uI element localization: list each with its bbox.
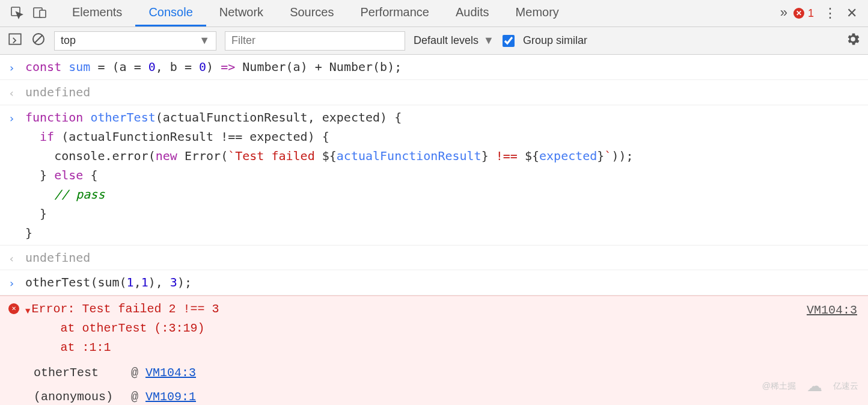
chevron-down-icon: ▼ [199,34,210,47]
log-levels-selector[interactable]: Default levels ▼ [414,34,494,47]
tabs-list: ElementsConsoleNetworkSourcesPerformance… [59,0,774,26]
settings-icon[interactable] [845,31,861,50]
clear-console-icon[interactable] [31,32,46,49]
trace-row: (anonymous)@VM109:1 [34,385,860,405]
console-row: ‹undefined [0,246,868,271]
group-similar-label: Group similar [523,34,587,47]
console-log: ›const sum = (a = 0, b = 0) => Number(a)… [0,55,868,405]
tab-elements[interactable]: Elements [59,0,135,26]
more-tabs-icon[interactable]: » [774,0,793,26]
watermark: @稀土掘 ☁ 亿速云 [762,377,858,395]
chevron-down-icon: ▼ [483,34,494,47]
console-row: ‹undefined [0,80,868,105]
tab-sources[interactable]: Sources [277,0,347,26]
error-source-link[interactable]: VM104:3 [807,301,857,320]
error-icon: ✕ [8,303,19,314]
console-row: ›function otherTest(actualFunctionResult… [0,105,868,246]
trace-at: @ [131,388,138,405]
trace-fn: otherTest [34,363,124,383]
svg-rect-2 [40,10,46,17]
error-icon: ✕ [793,8,804,19]
context-value: top [61,34,76,47]
error-count-badge[interactable]: ✕ 1 [793,7,814,20]
console-toolbar: top ▼ Default levels ▼ Group similar [0,27,868,55]
trace-link[interactable]: VM104:3 [145,363,196,383]
error-toggle-icon[interactable]: ▼ [25,300,30,318]
context-selector[interactable]: top ▼ [54,31,216,51]
devtools-tabs-bar: ElementsConsoleNetworkSourcesPerformance… [0,0,868,27]
stack-trace: otherTest@VM104:3(anonymous)@VM109:1 [34,361,860,405]
tab-network[interactable]: Network [206,0,277,26]
trace-link[interactable]: VM109:1 [145,388,196,405]
trace-at: @ [131,363,138,383]
cloud-icon: ☁ [807,377,822,395]
svg-line-5 [35,36,42,43]
tab-performance[interactable]: Performance [347,0,443,26]
inspect-icon[interactable] [10,5,24,22]
kebab-menu-icon[interactable]: ⋮ [824,5,837,21]
error-message: Error: Test failed 2 !== 3 at otherTest … [31,300,219,357]
error-count: 1 [808,7,814,20]
group-similar-checkbox[interactable] [503,35,515,47]
filter-input[interactable] [225,31,405,51]
tab-audits[interactable]: Audits [442,0,503,26]
trace-row: otherTest@VM104:3 [34,361,860,385]
show-console-sidebar-icon[interactable] [7,31,23,50]
log-levels-label: Default levels [414,34,478,47]
trace-fn: (anonymous) [34,388,124,405]
console-error: ✕▼Error: Test failed 2 !== 3 at otherTes… [0,295,868,405]
device-mode-icon[interactable] [32,5,47,22]
tab-memory[interactable]: Memory [503,0,572,26]
close-icon[interactable]: ✕ [846,5,857,21]
tab-console[interactable]: Console [135,0,206,26]
console-row: ›const sum = (a = 0, b = 0) => Number(a)… [0,55,868,80]
console-row: ›otherTest(sum(1,1), 3); [0,270,868,295]
